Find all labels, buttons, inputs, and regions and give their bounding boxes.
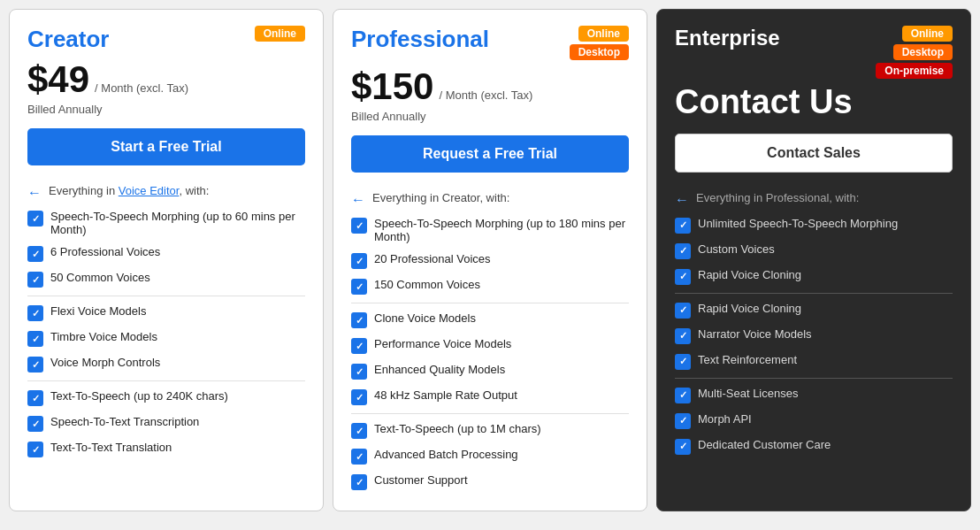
plan-card-enterprise: EnterpriseOnlineDesktopOn-premiseContact… — [656, 9, 971, 511]
plan-header: CreatorOnline — [27, 26, 305, 53]
feature-check-item: Flexi Voice Models — [27, 300, 305, 326]
feature-text: Everything in Professional, with: — [696, 191, 859, 204]
feature-check-item: Narrator Voice Models — [675, 323, 953, 349]
check-icon — [351, 218, 367, 234]
feature-check-item: Text-To-Text Translation — [27, 436, 305, 462]
check-icon — [351, 474, 367, 490]
check-icon — [675, 439, 691, 455]
feature-check-item: Advanced Batch Processing — [351, 443, 629, 469]
features-divider — [675, 378, 953, 379]
check-icon — [675, 269, 691, 285]
plan-header: EnterpriseOnlineDesktopOn-premise — [675, 26, 953, 79]
feature-check-item: Clone Voice Models — [351, 307, 629, 333]
feature-check-item: 48 kHz Sample Rate Output — [351, 384, 629, 410]
feature-link[interactable]: Voice Editor — [119, 184, 180, 197]
feature-text: Advanced Batch Processing — [374, 448, 518, 461]
price-row: $49/ Month (excl. Tax) — [27, 58, 305, 101]
feature-text: Multi-Seat Licenses — [698, 387, 798, 400]
feature-check-item: Multi-Seat Licenses — [675, 382, 953, 408]
feature-check-item: Text Reinforcement — [675, 349, 953, 374]
check-icon — [27, 416, 43, 432]
feature-check-item: Morph API — [675, 408, 953, 434]
badge-online: Online — [902, 26, 953, 42]
feature-check-item: Timbre Voice Models — [27, 326, 305, 351]
price-amount: $49 — [27, 58, 89, 101]
features-divider — [27, 296, 305, 296]
feature-text: Speech-To-Speech Morphing (up to 60 mins… — [50, 210, 305, 236]
feature-text: Text Reinforcement — [698, 353, 797, 366]
cta-button-enterprise[interactable]: Contact Sales — [675, 134, 953, 173]
check-icon — [351, 279, 367, 295]
feature-text: Rapid Voice Cloning — [698, 268, 801, 281]
feature-check-item: Voice Morph Controls — [27, 351, 305, 377]
feature-text: 150 Common Voices — [374, 278, 480, 291]
features-list: ←Everything in Professional, with:Unlimi… — [675, 187, 953, 459]
check-icon — [351, 449, 367, 465]
check-icon — [27, 211, 43, 227]
feature-check-item: Dedicated Customer Care — [675, 434, 953, 459]
feature-check-item: 150 Common Voices — [351, 273, 629, 299]
check-icon — [351, 312, 367, 328]
feature-check-item: Customer Support — [351, 469, 629, 495]
features-list: ←Everything in Creator, with:Speech-To-S… — [351, 187, 629, 495]
feature-check-item: Text-To-Speech (up to 240K chars) — [27, 385, 305, 411]
features-divider — [351, 413, 629, 414]
feature-check-item: 50 Common Voices — [27, 266, 305, 292]
check-icon — [27, 246, 43, 262]
feature-text: Voice Morph Controls — [50, 356, 160, 369]
feature-text: Speech-To-Speech Morphing (up to 180 min… — [374, 217, 629, 243]
feature-text: Narrator Voice Models — [698, 327, 812, 341]
feature-check-item: 6 Professional Voices — [27, 241, 305, 266]
feature-check-item: Enhanced Quality Models — [351, 358, 629, 384]
check-icon — [675, 243, 691, 259]
arrow-left-icon: ← — [27, 185, 42, 201]
check-icon — [675, 328, 691, 344]
feature-text: Morph API — [698, 412, 752, 426]
check-icon — [351, 364, 367, 380]
arrow-left-icon: ← — [675, 192, 689, 208]
feature-text: Flexi Voice Models — [50, 304, 146, 318]
features-divider — [27, 380, 305, 381]
check-icon — [675, 303, 691, 319]
arrow-left-icon: ← — [351, 192, 365, 208]
check-icon — [351, 389, 367, 405]
feature-check-item: Text-To-Speech (up to 1M chars) — [351, 418, 629, 443]
plan-name: Enterprise — [675, 26, 780, 50]
feature-text: Performance Voice Models — [374, 337, 511, 350]
billed-text: Billed Annually — [27, 103, 305, 116]
check-icon — [675, 354, 691, 370]
feature-includes-item: ←Everything in Creator, with: — [351, 187, 629, 212]
badge-group: OnlineDesktopOn-premise — [876, 26, 953, 79]
feature-text: Text-To-Text Translation — [50, 441, 172, 454]
feature-check-item: Custom Voices — [675, 238, 953, 264]
features-divider — [675, 293, 953, 294]
badge-on-premise: On-premise — [876, 63, 953, 79]
feature-text: Text-To-Speech (up to 240K chars) — [50, 389, 228, 403]
feature-text: Enhanced Quality Models — [374, 363, 505, 376]
pricing-container: CreatorOnline$49/ Month (excl. Tax)Bille… — [9, 9, 971, 511]
badge-desktop: Desktop — [893, 44, 953, 60]
feature-check-item: Unlimited Speech-To-Speech Morphing — [675, 212, 953, 238]
check-icon — [27, 305, 43, 321]
badge-online: Online — [578, 26, 629, 42]
price-period: / Month (excl. Tax) — [439, 88, 532, 102]
plan-card-professional: ProfessionalOnlineDesktop$150/ Month (ex… — [333, 9, 647, 511]
feature-text: 20 Professional Voices — [374, 252, 491, 265]
badge-group: OnlineDesktop — [570, 26, 629, 60]
cta-button-creator[interactable]: Start a Free Trial — [27, 128, 305, 165]
plan-header: ProfessionalOnlineDesktop — [351, 26, 629, 60]
feature-text: 50 Common Voices — [50, 271, 150, 284]
feature-check-item: Speech-To-Speech Morphing (up to 60 mins… — [27, 205, 305, 241]
price-amount: $150 — [351, 65, 433, 108]
plan-name: Creator — [27, 26, 109, 53]
badge-desktop: Desktop — [570, 44, 629, 60]
feature-check-item: Rapid Voice Cloning — [675, 264, 953, 289]
feature-text: Customer Support — [374, 473, 468, 487]
feature-includes-item: ←Everything in Voice Editor, with: — [27, 180, 305, 205]
check-icon — [27, 272, 43, 288]
feature-text: 6 Professional Voices — [50, 245, 160, 258]
feature-check-item: 20 Professional Voices — [351, 248, 629, 273]
check-icon — [351, 253, 367, 269]
check-icon — [27, 442, 43, 457]
cta-button-professional[interactable]: Request a Free Trial — [351, 135, 629, 173]
